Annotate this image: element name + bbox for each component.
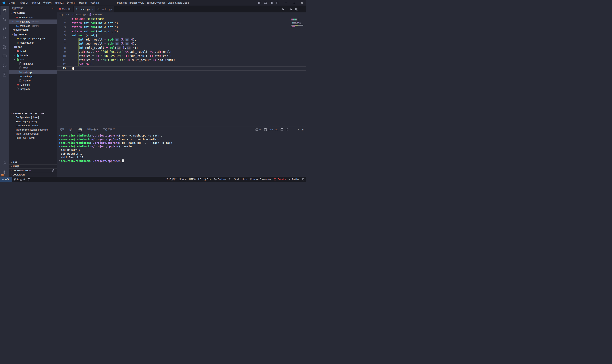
code-line[interactable]: 4extern int mul(int a,int b); <box>57 29 306 34</box>
section-timeline[interactable]: ›时间线 <box>9 164 57 169</box>
tree-item-settings.json[interactable]: {}settings.json <box>9 40 57 45</box>
activity-run-debug[interactable] <box>0 33 9 42</box>
breadcrumb-item[interactable]: cpp <box>60 13 63 16</box>
tree-item-cpp[interactable]: ›cpp <box>9 45 57 49</box>
section-documentation[interactable]: ›DOCUMENTATION <box>9 169 57 173</box>
terminal-picker[interactable]: bash - src <box>264 128 278 131</box>
tree-item-include[interactable]: ›include <box>9 53 57 57</box>
terminal[interactable]: meowrain@redmibook:~/project/cpp/src$ g+… <box>57 133 306 177</box>
menu-edit[interactable]: 编辑(E) <box>18 0 30 6</box>
kill-terminal-button[interactable] <box>286 128 289 131</box>
section-outline[interactable]: ›大纲 <box>9 160 57 164</box>
activity-explorer[interactable] <box>0 6 9 15</box>
problems-indicator[interactable]: 00 <box>12 177 26 182</box>
language-mode[interactable]: { }C++ <box>202 177 213 182</box>
run-button[interactable]: › <box>281 8 287 11</box>
split-editor-button[interactable] <box>295 8 298 11</box>
menu-selection[interactable]: 选择(S) <box>30 0 41 6</box>
panel-tab-terminal[interactable]: 终端 <box>78 126 82 133</box>
toggle-primary-sidebar-button[interactable] <box>258 1 261 4</box>
go-live[interactable]: Go Live <box>213 177 227 182</box>
panel-tab-debug-console[interactable]: 调试控制台 <box>87 126 99 133</box>
tree-item-main[interactable]: main <box>9 66 57 70</box>
encoding[interactable]: UTF-8 <box>188 177 197 182</box>
tab-main.cpp[interactable]: C++main.cpp× <box>74 6 95 13</box>
activity-source-control[interactable] <box>0 24 9 33</box>
command-decoration-icon[interactable] <box>59 142 60 143</box>
menu-view[interactable]: 查看(V) <box>41 0 53 6</box>
menu-file[interactable]: 文件(F) <box>6 0 18 6</box>
makefile-outline-item[interactable]: Build Log: [Unset] <box>9 136 57 140</box>
close-window-button[interactable] <box>298 0 306 6</box>
activity-docs[interactable] <box>0 70 9 79</box>
code-line[interactable]: 13} <box>57 66 306 71</box>
makefile-outline-section[interactable]: ›MAKEFILE: PROJECT OUTLINE <box>9 111 57 116</box>
code-line[interactable]: 9 std::cout << "Add Result:" << add_resu… <box>57 50 306 54</box>
command-decoration-icon[interactable] <box>59 160 60 162</box>
sync-indicator[interactable] <box>26 177 32 182</box>
code-line[interactable]: 2extern int add(int a,int b); <box>57 21 306 26</box>
makefile-outline-item[interactable]: Build target: [Unset] <box>9 119 57 124</box>
activity-settings[interactable]: BA <box>0 168 9 177</box>
breadcrumb-item[interactable]: C++main.cpp <box>72 13 85 16</box>
panel-tab-problems[interactable]: 问题 <box>60 126 65 133</box>
code-line[interactable]: 1#include <iostream> <box>57 17 306 21</box>
tree-item-main.cpp[interactable]: C++main.cpp <box>9 70 57 74</box>
explorer-more-actions[interactable]: ⋯ <box>52 7 54 10</box>
open-editor-item[interactable]: ×C++main.cppcpp/src <box>9 20 57 24</box>
maximize-panel-button[interactable]: › <box>297 128 300 131</box>
section-codetour[interactable]: ›CODETOUR <box>9 173 57 177</box>
code-line[interactable]: 3extern int sub(int a,int b); <box>57 25 306 29</box>
close-editor-icon[interactable]: × <box>12 20 14 23</box>
run-config-button[interactable] <box>290 8 293 11</box>
spell-checker[interactable]: Spell <box>233 177 240 182</box>
panel-tab-output[interactable]: 输出 <box>69 126 73 133</box>
panel-tab-serial-monitor[interactable]: 串行监视器 <box>103 126 115 133</box>
notifications[interactable] <box>300 177 306 182</box>
makefile-outline-item[interactable]: Launch target: [Unset] <box>9 124 57 128</box>
code-editor[interactable]: 1#include <iostream>2extern int add(int … <box>57 17 306 126</box>
live-share[interactable] <box>227 177 233 182</box>
customize-layout-button[interactable] <box>275 1 279 4</box>
command-decoration-icon[interactable] <box>59 139 60 140</box>
open-editors-section[interactable]: ›打开的编辑器 <box>9 11 57 15</box>
breadcrumb-item[interactable]: main(void) <box>89 13 103 16</box>
command-decoration-icon[interactable] <box>59 146 60 147</box>
menu-run[interactable]: 运行(R) <box>65 0 77 6</box>
tree-item-program[interactable]: program <box>9 87 57 91</box>
tree-item-math.cpp[interactable]: C++math.cpp <box>9 74 57 78</box>
code-line[interactable]: 5int main(void){ <box>57 33 306 38</box>
activity-search[interactable] <box>0 15 9 24</box>
activity-github[interactable] <box>0 61 9 70</box>
tree-item-build[interactable]: ›build <box>9 49 57 53</box>
maximize-button[interactable] <box>290 0 298 6</box>
tree-item-src[interactable]: ›src <box>9 57 57 62</box>
code-line[interactable]: 10 std::cout << "Sub Result:" << sub_res… <box>57 54 306 58</box>
tree-item-math.o[interactable]: math.o <box>9 78 57 83</box>
tree-item-libmath.a[interactable]: libmath.a <box>9 62 57 66</box>
tree-item-c_cpp_properties.json[interactable]: {}c_cpp_properties.json <box>9 36 57 40</box>
activity-remote-explorer[interactable] <box>0 52 9 61</box>
tree-item-.vscode[interactable]: ›.vscode <box>9 32 57 36</box>
eol[interactable]: LF <box>197 177 202 182</box>
open-editor-item[interactable]: C++math.cppcpp/src <box>9 24 57 28</box>
activity-accounts[interactable] <box>0 158 9 168</box>
minimap[interactable] <box>292 18 303 27</box>
open-editor-item[interactable]: MMakefilecpp <box>9 15 57 20</box>
close-panel-button[interactable]: × <box>302 128 304 131</box>
makefile-outline-item[interactable]: Makefile (not found): [makefile] <box>9 128 57 132</box>
indentation[interactable]: 空格: 4 <box>178 177 188 182</box>
command-decoration-icon[interactable] <box>59 135 60 136</box>
code-line[interactable]: 8 int mult_result = mul(a: 3,b: 4); <box>57 46 306 50</box>
tab-Makefile[interactable]: MMakefile <box>57 6 74 13</box>
makefile-outline-item[interactable]: Make: [/usr/bin/make] <box>9 132 57 136</box>
code-line[interactable]: 11 std::cout << "Mult Result:" << mult_r… <box>57 58 306 62</box>
tab-math.cpp[interactable]: C++math.cpp <box>95 6 114 13</box>
code-line[interactable]: 12 return 0; <box>57 62 306 66</box>
prettier[interactable]: ✓Prettier <box>287 177 300 182</box>
minimize-button[interactable] <box>282 0 290 6</box>
cursor-position[interactable]: 行 13, 列 2 <box>164 177 178 182</box>
code-line[interactable]: 7 int sub_result = sub(a: 3,b: 4); <box>57 42 306 46</box>
toggle-panel-button[interactable] <box>264 1 267 4</box>
menu-goto[interactable]: 转到(G) <box>53 0 66 6</box>
